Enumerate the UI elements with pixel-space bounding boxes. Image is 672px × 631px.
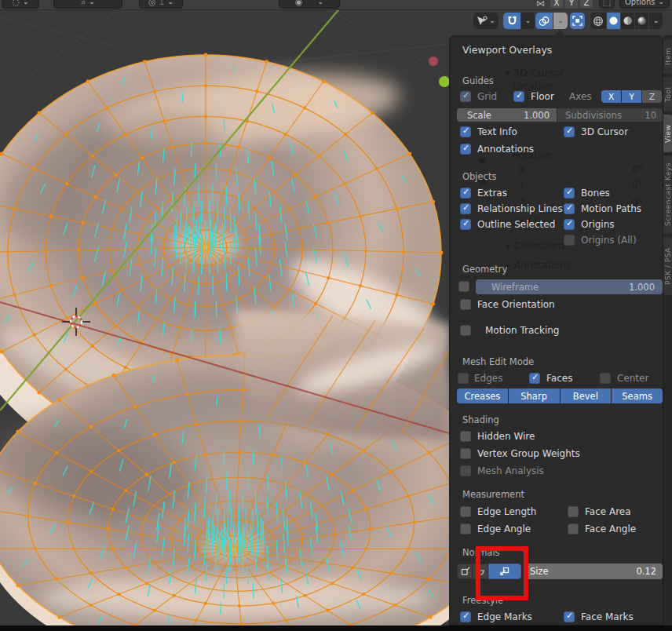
- overlays-group: ⌄: [535, 13, 568, 29]
- snap-settings-dropdown[interactable]: ⌄: [521, 13, 535, 29]
- mirror-x-button[interactable]: X: [550, 0, 564, 9]
- chevron-down-icon: ⌄: [89, 0, 95, 5]
- size-value: 0.12: [636, 566, 656, 577]
- edge-angle-label: Edge Angle: [477, 523, 531, 535]
- ghost-collections-header: ▸ Collections: [506, 240, 565, 251]
- popover-arrow: [553, 30, 566, 36]
- face-area-checkbox[interactable]: [568, 506, 579, 517]
- center-checkbox[interactable]: [600, 373, 611, 384]
- snap-toggle-button[interactable]: [503, 13, 520, 29]
- axis-y-toggle[interactable]: Y: [622, 90, 641, 103]
- wireframe-shading-button[interactable]: [590, 13, 606, 29]
- origins-checkbox[interactable]: [564, 219, 575, 230]
- tab-screencast-keys[interactable]: Screencast Keys: [663, 155, 672, 234]
- ghost-drag-dots: ∷∷: [645, 68, 656, 79]
- tab-psk-psa[interactable]: PSK / PSA: [663, 237, 672, 295]
- face-orientation-checkbox[interactable]: [460, 299, 471, 310]
- tab-item[interactable]: Item: [663, 39, 672, 74]
- edge-length-checkbox[interactable]: [460, 506, 471, 517]
- vertex-group-weights-checkbox[interactable]: [460, 448, 471, 459]
- snap-group: ⌄: [503, 13, 535, 29]
- edges-checkbox[interactable]: [458, 373, 469, 384]
- overlays-dropdown-open[interactable]: ⌄: [553, 13, 568, 29]
- edge-length-label: Edge Length: [477, 506, 536, 518]
- ghost-drag-dots: ∷∷: [645, 43, 656, 54]
- seams-button[interactable]: Seams: [612, 388, 663, 403]
- motion-tracking-checkbox[interactable]: [460, 325, 471, 336]
- motion-paths-checkbox[interactable]: [564, 203, 575, 214]
- tab-view[interactable]: View: [663, 115, 672, 152]
- bones-checkbox[interactable]: [564, 188, 575, 199]
- faces-checkbox[interactable]: [529, 373, 540, 384]
- mirror-z-button[interactable]: Z: [579, 0, 593, 9]
- dashed-box-icon: ⬚: [603, 0, 611, 7]
- bevel-button[interactable]: Bevel: [561, 388, 612, 403]
- normals-size-slider[interactable]: Size 0.12: [524, 564, 663, 579]
- outline-selected-checkbox[interactable]: [460, 219, 471, 230]
- show-gizmo-button[interactable]: ⌄: [473, 13, 499, 29]
- proportional-edit-button[interactable]: ◎⌶⌄: [139, 0, 183, 9]
- floor-checkbox[interactable]: [513, 91, 524, 102]
- window-bottom-edge: [0, 626, 672, 631]
- options-button[interactable]: Options⌄: [619, 0, 670, 9]
- hidden-wire-checkbox[interactable]: [460, 431, 471, 442]
- snap-target-button[interactable]: ⬚: [599, 0, 615, 9]
- ghost-camera-icon: ▣: [478, 155, 486, 166]
- face-angle-checkbox[interactable]: [568, 523, 579, 534]
- transform-pivot-button[interactable]: ◌⌄: [2, 0, 39, 9]
- relationship-lines-checkbox[interactable]: [460, 203, 471, 214]
- outline-selected-label: Outline Selected: [477, 219, 555, 231]
- mesh-analysis-checkbox[interactable]: [460, 465, 471, 476]
- subdivisions-value: 10: [645, 110, 656, 121]
- annotations-checkbox[interactable]: [460, 144, 471, 155]
- creases-button[interactable]: Creases: [457, 388, 508, 403]
- face-orientation-label: Face Orientation: [477, 299, 555, 311]
- wireframe-slider[interactable]: Wireframe 1.000: [476, 279, 663, 294]
- material-preview-button[interactable]: [621, 13, 634, 29]
- proportional-icon: ◎: [148, 0, 156, 7]
- sharp-button[interactable]: Sharp: [509, 388, 560, 403]
- chevron-down-icon: ⌄: [23, 0, 29, 5]
- grid-label: Grid: [477, 91, 497, 103]
- faces-label: Faces: [546, 373, 572, 385]
- text-info-label: Text Info: [477, 126, 517, 138]
- axis-x-toggle[interactable]: X: [601, 90, 621, 103]
- xray-toggle-button[interactable]: [570, 13, 585, 29]
- grid-scale-slider[interactable]: Scale 1.000: [457, 108, 557, 122]
- axis-z-toggle[interactable]: Z: [642, 90, 662, 103]
- overlays-toggle-button[interactable]: [535, 13, 553, 29]
- text-info-checkbox[interactable]: [460, 126, 471, 137]
- rendered-preview-button[interactable]: [635, 13, 648, 29]
- section-guides: Guides: [462, 75, 494, 87]
- grid-checkbox[interactable]: [460, 91, 471, 102]
- gizmo-group: ⌄: [473, 13, 499, 29]
- falloff-type-button[interactable]: ◉⌒⌄: [279, 0, 340, 9]
- chevron-down-icon: ⌄: [318, 0, 324, 5]
- face-marks-checkbox[interactable]: [564, 611, 575, 622]
- snapping-button[interactable]: ⌕⌄: [53, 0, 122, 9]
- mirror-y-button[interactable]: Y: [564, 0, 579, 9]
- rendered-sphere-icon: [637, 16, 647, 26]
- edit-mode-header: ◌⌄ ⌕⌄ ◎⌶⌄ ◉⌒⌄ ⋈ X Y Z ⬚ Options⌄: [0, 0, 672, 10]
- grid-subdivisions-field[interactable]: Subdivisions 10: [557, 108, 663, 122]
- edges-label: Edges: [474, 373, 502, 385]
- ghost-y-label: Y: [519, 179, 524, 190]
- vertex-normals-icon: [460, 567, 470, 577]
- vertex-normals-button[interactable]: [457, 564, 473, 579]
- edge-marks-checkbox[interactable]: [460, 611, 471, 622]
- section-mesh-edit-mode: Mesh Edit Mode: [462, 356, 534, 368]
- extras-checkbox[interactable]: [460, 188, 471, 199]
- edge-angle-checkbox[interactable]: [460, 523, 471, 534]
- motion-tracking-label: Motion Tracking: [485, 325, 559, 337]
- wireframe-checkbox[interactable]: [458, 281, 469, 292]
- solid-sphere-icon: [608, 16, 619, 26]
- shading-dropdown[interactable]: ⌄: [649, 13, 663, 29]
- tab-tool[interactable]: Tool: [663, 77, 672, 111]
- 3d-cursor-checkbox[interactable]: [564, 126, 575, 137]
- solid-shading-button[interactable]: [607, 13, 620, 29]
- ghost-x-value: 0°: [632, 164, 643, 175]
- origins-all-checkbox[interactable]: [564, 235, 575, 246]
- axes-label: Axes: [569, 91, 592, 103]
- wireframe-sphere-icon: [593, 16, 604, 27]
- ghost-x-label: X: [519, 164, 525, 175]
